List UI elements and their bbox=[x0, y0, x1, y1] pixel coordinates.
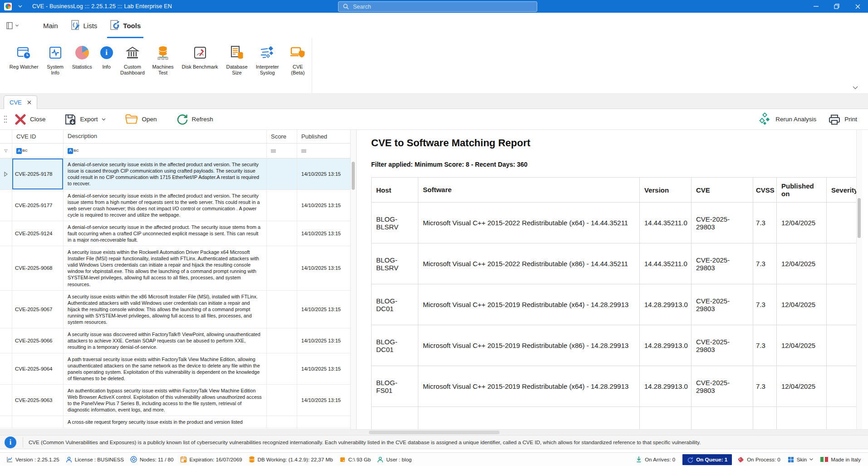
filter-cell-published[interactable] bbox=[297, 144, 351, 159]
score-cell[interactable] bbox=[267, 221, 297, 246]
cve-id-cell[interactable]: CVE-2025-9068 bbox=[12, 246, 64, 290]
tool-label: Statistics bbox=[72, 64, 92, 70]
published-cell[interactable]: 14/10/2025 13:15 bbox=[297, 221, 351, 246]
filter-funnel-icon[interactable] bbox=[0, 144, 12, 159]
cve-id-cell[interactable]: CVE-2025-9066 bbox=[12, 328, 64, 353]
score-cell[interactable] bbox=[267, 246, 297, 290]
filter-cell-description[interactable]: ABC bbox=[64, 144, 267, 159]
cve-grid-row[interactable]: CVE-2025-9067 A security issue exists wi… bbox=[0, 291, 351, 328]
grid-vertical-scrollbar[interactable] bbox=[350, 130, 356, 429]
tool-machines-test[interactable]: Machines Test bbox=[149, 43, 177, 76]
cve-id-cell[interactable]: CVE-2025-9178 bbox=[12, 159, 64, 190]
score-cell[interactable] bbox=[267, 291, 297, 328]
restore-button[interactable] bbox=[826, 0, 847, 13]
status-on-process[interactable]: On Process: 0 bbox=[737, 456, 780, 463]
cve-id-cell[interactable]: CVE-2025-9177 bbox=[12, 190, 64, 221]
print-button[interactable]: Print bbox=[824, 111, 862, 128]
description-cell[interactable]: A denial-of-service security issue exist… bbox=[64, 190, 267, 221]
published-cell[interactable]: 14/10/2025 13:15 bbox=[297, 159, 351, 190]
published-cell[interactable]: 14/10/2025 13:15 bbox=[297, 385, 351, 416]
cve-grid-row[interactable]: CVE-2025-9066 A security issue was disco… bbox=[0, 328, 351, 353]
tool-cve-beta[interactable]: CVE (Beta) bbox=[284, 43, 312, 76]
skin-selector[interactable]: Skin bbox=[788, 456, 814, 463]
report-scrollbar-thumb[interactable] bbox=[858, 198, 861, 238]
cve-grid-panel: CVE ID Description Score Published ABC A… bbox=[0, 130, 357, 429]
status-label: Skin bbox=[797, 456, 807, 462]
cve-id-cell[interactable]: CVE-2025-9063 bbox=[12, 385, 64, 416]
filter-cell-cve-id[interactable]: ABC bbox=[12, 144, 64, 159]
export-button[interactable]: Export bbox=[59, 110, 110, 129]
tool-info[interactable]: i Info bbox=[97, 43, 116, 71]
minimize-button[interactable] bbox=[805, 0, 826, 13]
report-vertical-scrollbar[interactable] bbox=[856, 130, 862, 429]
search-input[interactable] bbox=[352, 3, 508, 10]
score-cell[interactable] bbox=[267, 385, 297, 416]
open-button[interactable]: Open bbox=[120, 111, 162, 128]
score-cell[interactable] bbox=[267, 190, 297, 221]
grid-header-score[interactable]: Score bbox=[267, 130, 297, 144]
score-cell[interactable] bbox=[267, 328, 297, 353]
tool-disk-benchmark[interactable]: Disk Benchmark bbox=[179, 43, 221, 71]
application-menu-button[interactable] bbox=[6, 22, 19, 30]
description-cell[interactable]: A denial-of-service security issue exist… bbox=[64, 159, 267, 190]
score-cell[interactable] bbox=[267, 159, 297, 190]
description-cell[interactable]: A security issue exists within the x86 M… bbox=[64, 291, 267, 328]
score-cell[interactable] bbox=[267, 353, 297, 385]
ribbon-tab-tools[interactable]: Tools bbox=[103, 13, 147, 38]
document-tab-cve[interactable]: CVE bbox=[4, 95, 37, 109]
cve-grid-row[interactable]: CVE-2025-9124 A denial-of-service securi… bbox=[0, 221, 351, 246]
cve-id-cell[interactable]: CVE-2025-9124 bbox=[12, 221, 64, 246]
tool-statistics[interactable]: Statistics bbox=[69, 43, 95, 71]
cve-id-cell[interactable] bbox=[12, 416, 64, 428]
drag-handle-icon[interactable] bbox=[4, 115, 7, 123]
report-horizontal-scrollbar[interactable] bbox=[0, 429, 868, 435]
published-cell[interactable]: 14/10/2025 13:15 bbox=[297, 328, 351, 353]
collapse-ribbon-chevron-icon[interactable] bbox=[853, 86, 858, 89]
cve-id-cell[interactable]: CVE-2025-9064 bbox=[12, 353, 64, 385]
ribbon-tab-main[interactable]: Main bbox=[37, 13, 64, 38]
quick-access-chevron-icon[interactable] bbox=[18, 5, 22, 8]
description-cell[interactable]: An authentication bypass security issue … bbox=[64, 385, 267, 416]
filter-cell-score[interactable] bbox=[267, 144, 297, 159]
row-indicator-cell bbox=[0, 190, 12, 221]
tool-interpreter-syslog[interactable]: Interpreter Syslog bbox=[253, 43, 282, 76]
published-cell[interactable]: 14/10/2025 13:15 bbox=[297, 353, 351, 385]
app-logo-icon[interactable] bbox=[4, 3, 12, 10]
tool-database-size[interactable]: Database Size bbox=[223, 43, 250, 76]
published-cell[interactable]: 14/10/2025 13:15 bbox=[297, 291, 351, 328]
score-cell[interactable] bbox=[267, 416, 297, 428]
close-window-button[interactable] bbox=[847, 0, 868, 13]
cve-id-cell[interactable]: CVE-2025-9067 bbox=[12, 291, 64, 328]
horizontal-scrollbar-thumb[interactable] bbox=[369, 431, 500, 434]
grid-header-cve-id[interactable]: CVE ID bbox=[12, 130, 64, 144]
grid-header-published[interactable]: Published bbox=[297, 130, 351, 144]
published-cell[interactable]: 14/10/2025 13:15 bbox=[297, 190, 351, 221]
cve-grid-row[interactable]: CVE-2025-9178 A denial-of-service securi… bbox=[0, 159, 351, 190]
cve-grid-row[interactable]: CVE-2025-9064 A path traversal security … bbox=[0, 353, 351, 385]
description-cell[interactable]: A path traversal security issue exists w… bbox=[64, 353, 267, 385]
description-cell[interactable]: A security issue exists within the Rockw… bbox=[64, 246, 267, 290]
rerun-analysis-button[interactable]: Rerun Analysis bbox=[755, 110, 821, 129]
grid-header-description[interactable]: Description bbox=[64, 130, 267, 144]
status-on-arrives[interactable]: On Arrives: 0 bbox=[636, 456, 675, 463]
published-cell[interactable]: 14/10/2025 13:15 bbox=[297, 246, 351, 290]
cve-grid-row[interactable]: A cross-site request forgery security is… bbox=[0, 416, 351, 428]
tool-reg-watcher[interactable]: Reg Watcher bbox=[6, 43, 41, 71]
grid-scrollbar-thumb[interactable] bbox=[352, 162, 355, 190]
tool-custom-dashboard[interactable]: Custom Dashboard bbox=[118, 43, 147, 76]
cve-grid-row[interactable]: CVE-2025-9063 An authentication bypass s… bbox=[0, 385, 351, 416]
tool-system-info[interactable]: System Info bbox=[43, 43, 67, 76]
close-tab-icon[interactable] bbox=[27, 100, 31, 104]
global-search-box[interactable] bbox=[338, 1, 537, 12]
refresh-button[interactable]: Refresh bbox=[172, 110, 218, 128]
status-on-queue[interactable]: On Queue: 1 bbox=[682, 454, 732, 465]
cve-grid-row[interactable]: CVE-2025-9068 A security issue exists wi… bbox=[0, 246, 351, 290]
description-cell[interactable]: A denial-of-service security issue in th… bbox=[64, 221, 267, 246]
published-cell[interactable] bbox=[297, 416, 351, 428]
description-cell[interactable]: A cross-site request forgery security is… bbox=[64, 416, 267, 428]
ribbon-tab-lists[interactable]: { } Lists bbox=[64, 13, 104, 38]
description-cell[interactable]: A security issue was discovered within F… bbox=[64, 328, 267, 353]
close-button[interactable]: Close bbox=[10, 111, 50, 128]
title-bar: CVE - BusinessLog ::: 2.25.1.25 ::: Lab … bbox=[0, 0, 868, 13]
cve-grid-row[interactable]: CVE-2025-9177 A denial-of-service securi… bbox=[0, 190, 351, 221]
